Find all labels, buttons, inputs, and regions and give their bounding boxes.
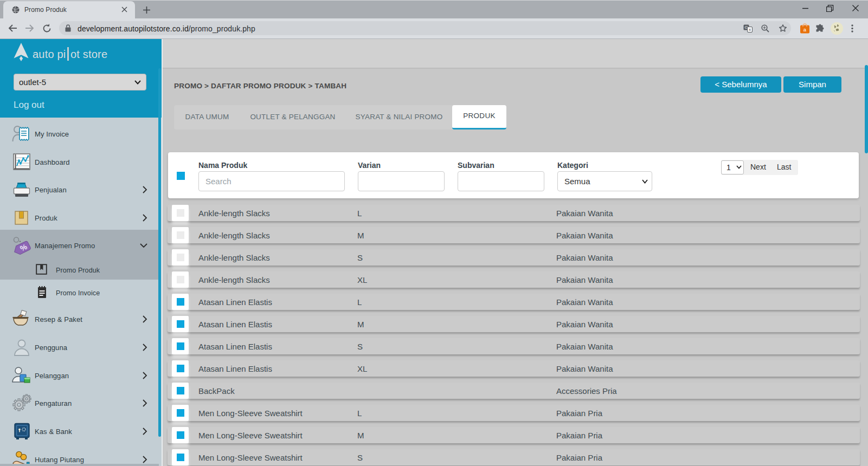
svg-text:x: x [749, 27, 751, 32]
svg-text:a: a [803, 27, 807, 33]
